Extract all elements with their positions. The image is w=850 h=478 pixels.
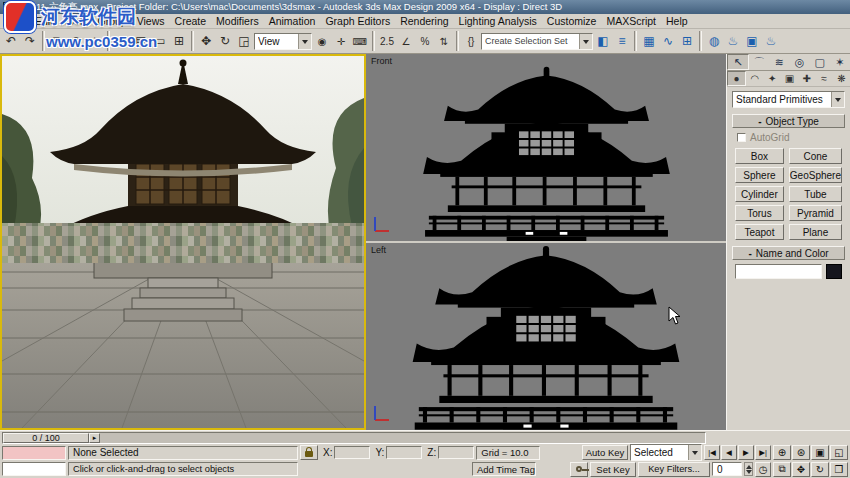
menu-item[interactable]: MAXScript	[601, 14, 661, 28]
tab-motion[interactable]: ◎	[790, 54, 810, 70]
rollout-object-type[interactable]: - Object Type	[732, 114, 845, 128]
unlink-icon[interactable]: ⊘	[67, 32, 85, 51]
menu-item[interactable]: Rendering	[395, 14, 453, 28]
dropdown-arrow-icon[interactable]	[298, 34, 311, 49]
tab-create[interactable]: ↖	[727, 54, 749, 70]
viewport-front[interactable]: Front	[366, 54, 726, 241]
dropdown-arrow-icon[interactable]	[831, 92, 844, 107]
add-time-tag[interactable]: Add Time Tag	[472, 462, 536, 476]
viewport-perspective[interactable]	[0, 54, 366, 430]
time-slider-thumb[interactable]: 0 / 100	[3, 433, 89, 443]
auto-key-button[interactable]: Auto Key	[582, 445, 628, 460]
menu-item[interactable]: Tools	[58, 14, 93, 28]
select-move-icon[interactable]: ✥	[197, 32, 215, 51]
separator[interactable]	[456, 31, 459, 51]
key-selection-dropdown[interactable]: Selected	[630, 444, 702, 461]
set-key-mode-button[interactable]	[570, 462, 588, 477]
separator[interactable]	[634, 31, 637, 51]
quick-render-icon[interactable]: ♨	[762, 32, 780, 51]
percent-snap-icon[interactable]: %	[416, 32, 434, 51]
maximize-viewport-icon[interactable]: ❒	[830, 462, 848, 477]
mirror-icon[interactable]: ◧	[594, 32, 612, 51]
separator[interactable]	[372, 31, 375, 51]
cat-systems-icon[interactable]: ❋	[833, 71, 850, 86]
zoom-extents-icon[interactable]: ▣	[811, 445, 829, 460]
zoom-icon[interactable]: ⊕	[773, 445, 791, 460]
go-to-start-icon[interactable]: |◀	[704, 445, 720, 460]
primitives-dropdown[interactable]: Standard Primitives	[732, 91, 845, 108]
zoom-extents-all-icon[interactable]: ◱	[830, 445, 848, 460]
menu-item[interactable]: Group	[93, 14, 132, 28]
frame-spinner[interactable]	[744, 462, 753, 476]
tab-modify[interactable]: ⌒	[749, 54, 769, 70]
spinner-snap-icon[interactable]: ⇅	[435, 32, 453, 51]
separator[interactable]	[699, 31, 702, 51]
current-frame-field[interactable]: 0	[712, 462, 742, 476]
redo-icon[interactable]: ↷	[21, 32, 39, 51]
render-setup-icon[interactable]: ♨	[724, 32, 742, 51]
keyboard-override-icon[interactable]: ⌨	[351, 32, 369, 51]
selection-lock-toggle[interactable]	[300, 445, 318, 460]
z-coordinate-field[interactable]	[438, 446, 474, 459]
reference-coordinate-dropdown[interactable]: View	[254, 33, 312, 50]
cat-shapes-icon[interactable]: ◠	[746, 71, 763, 86]
separator[interactable]	[107, 31, 110, 51]
dropdown-arrow-icon[interactable]	[579, 34, 592, 49]
pan-icon[interactable]: ✥	[792, 462, 810, 477]
menu-item[interactable]: Create	[170, 14, 212, 28]
key-filters-button[interactable]: Key Filters...	[638, 462, 710, 477]
select-link-icon[interactable]: ⧉	[48, 32, 66, 51]
named-selection-sets-icon[interactable]: {}	[462, 32, 480, 51]
menu-item[interactable]: Views	[132, 14, 170, 28]
render-frame-icon[interactable]: ▣	[743, 32, 761, 51]
maxscript-listener-white[interactable]	[2, 462, 66, 476]
rect-region-icon[interactable]: ▭	[151, 32, 169, 51]
x-coordinate-field[interactable]	[334, 446, 370, 459]
tab-display[interactable]: ▢	[810, 54, 830, 70]
menu-item[interactable]: Animation	[264, 14, 321, 28]
next-frame-arrow-icon[interactable]: ▸	[89, 433, 100, 443]
object-type-button[interactable]: Torus	[735, 205, 784, 221]
time-configuration-icon[interactable]: ◷	[755, 462, 771, 477]
cat-geometry-icon[interactable]: ●	[727, 71, 746, 86]
cat-cameras-icon[interactable]: ▣	[781, 71, 798, 86]
dropdown-arrow-icon[interactable]	[688, 445, 701, 460]
menu-item[interactable]: Graph Editors	[320, 14, 395, 28]
autogrid-checkbox[interactable]	[737, 133, 746, 142]
arc-rotate-icon[interactable]: ↻	[811, 462, 829, 477]
angle-snap-icon[interactable]: ∠	[397, 32, 415, 51]
y-coordinate-field[interactable]	[386, 446, 422, 459]
object-type-button[interactable]: Cylinder	[735, 186, 784, 202]
bind-spacewarp-icon[interactable]: ≀	[86, 32, 104, 51]
zoom-all-icon[interactable]: ⊛	[792, 445, 810, 460]
previous-frame-icon[interactable]: ◀	[721, 445, 737, 460]
menu-item[interactable]: Edit	[30, 14, 58, 28]
rollout-name-color[interactable]: - Name and Color	[732, 246, 845, 260]
material-editor-icon[interactable]: ◍	[705, 32, 723, 51]
select-rotate-icon[interactable]: ↻	[216, 32, 234, 51]
undo-icon[interactable]: ↶	[2, 32, 20, 51]
menu-item[interactable]: Help	[661, 14, 693, 28]
align-icon[interactable]: ≡	[613, 32, 631, 51]
go-to-end-icon[interactable]: ▶|	[755, 445, 771, 460]
object-type-button[interactable]: Tube	[789, 186, 842, 202]
maxscript-listener-pink[interactable]	[2, 446, 66, 460]
object-type-button[interactable]: Pyramid	[789, 205, 842, 221]
tab-utilities[interactable]: ✶	[830, 54, 850, 70]
menu-item[interactable]: Lighting Analysis	[454, 14, 542, 28]
tab-hierarchy[interactable]: ≋	[769, 54, 789, 70]
object-type-button[interactable]: Cone	[789, 148, 842, 164]
object-type-button[interactable]: Plane	[789, 224, 842, 240]
time-slider-track[interactable]: 0 / 100 ▸	[2, 432, 706, 444]
create-selection-set-dropdown[interactable]: Create Selection Set	[481, 33, 593, 50]
cat-lights-icon[interactable]: ✦	[764, 71, 781, 86]
schematic-view-icon[interactable]: ⊞	[678, 32, 696, 51]
zoom-region-icon[interactable]: ⧉	[773, 462, 791, 477]
set-key-button[interactable]: Set Key	[590, 462, 636, 477]
object-type-button[interactable]: Box	[735, 148, 784, 164]
select-object-icon[interactable]: ➤	[113, 32, 131, 51]
cat-helpers-icon[interactable]: ✚	[798, 71, 815, 86]
separator[interactable]	[42, 31, 45, 51]
use-pivot-center-icon[interactable]: ◉	[313, 32, 331, 51]
object-type-button[interactable]: Teapot	[735, 224, 784, 240]
